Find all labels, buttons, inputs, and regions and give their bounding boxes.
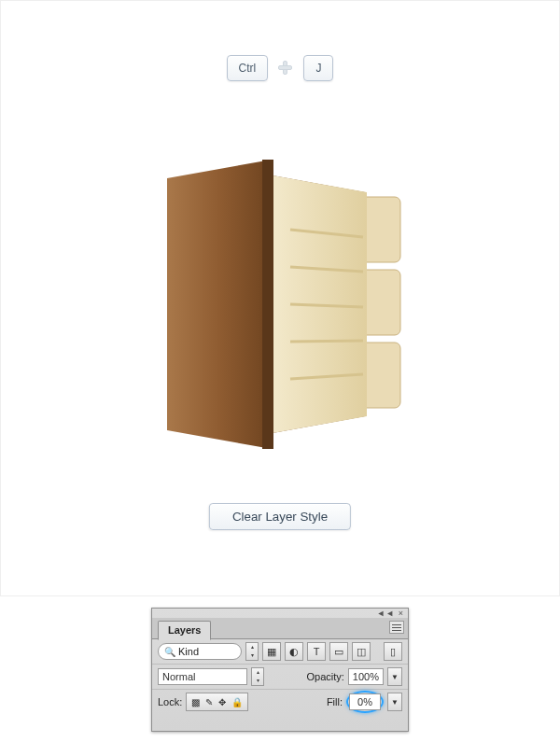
panel-collapse-icon[interactable]: ◄◄ × — [152, 609, 408, 618]
filter-pixel-icon[interactable]: ▦ — [262, 642, 281, 661]
filter-shape-icon[interactable]: ▭ — [329, 642, 348, 661]
lock-pixels-icon[interactable]: ✎ — [203, 697, 215, 707]
blend-mode-value: Normal — [162, 671, 195, 682]
blend-opacity-row: Normal ▴▾ Opacity: 100% ▼ — [152, 664, 408, 689]
fill-label: Fill: — [327, 696, 343, 707]
svg-marker-8 — [262, 160, 273, 449]
filter-adjustment-icon[interactable]: ◐ — [285, 642, 303, 661]
filter-kind-select[interactable]: 🔍 Kind — [158, 643, 242, 660]
layers-panel: ◄◄ × Layers 🔍 Kind ▴▾ ▦ ◐ T ▭ ◫ ▯ Normal… — [151, 608, 409, 732]
search-icon: 🔍 — [164, 647, 175, 657]
filter-stepper[interactable]: ▴▾ — [245, 642, 259, 661]
fill-highlight-circle: 0% — [346, 691, 384, 713]
lock-label: Lock: — [158, 696, 182, 707]
clear-layer-style-button[interactable]: Clear Layer Style — [209, 503, 351, 530]
lock-position-icon[interactable]: ✥ — [217, 697, 228, 707]
filter-smart-icon[interactable]: ◫ — [352, 642, 371, 661]
lock-transparent-icon[interactable]: ▩ — [189, 697, 202, 707]
layer-filter-row: 🔍 Kind ▴▾ ▦ ◐ T ▭ ◫ ▯ — [152, 639, 408, 664]
panel-menu-icon[interactable] — [389, 621, 404, 634]
fill-dropdown-icon[interactable]: ▼ — [387, 693, 402, 711]
panel-tab-bar: Layers — [152, 618, 408, 639]
svg-line-5 — [290, 341, 363, 342]
blend-mode-stepper[interactable]: ▴▾ — [251, 667, 264, 686]
filter-type-icon[interactable]: T — [307, 642, 326, 661]
blend-mode-select[interactable]: Normal — [158, 668, 247, 685]
fill-field[interactable]: 0% — [349, 693, 381, 710]
lock-all-icon[interactable]: 🔒 — [230, 697, 245, 707]
opacity-label: Opacity: — [307, 671, 344, 682]
key-ctrl: Ctrl — [227, 55, 269, 81]
key-j: J — [303, 55, 333, 81]
canvas-area: Ctrl J — [0, 0, 560, 596]
lock-buttons-group: ▩ ✎ ✥ 🔒 — [186, 693, 248, 711]
address-book-icon — [150, 141, 412, 449]
tab-layers[interactable]: Layers — [158, 621, 211, 640]
plus-icon — [278, 61, 293, 76]
opacity-dropdown-icon[interactable]: ▼ — [387, 667, 402, 686]
lock-fill-row: Lock: ▩ ✎ ✥ 🔒 Fill: 0% ▼ — [152, 689, 408, 714]
filter-kind-label: Kind — [178, 646, 235, 657]
filter-toggle-switch[interactable]: ▯ — [384, 642, 402, 661]
keyboard-shortcut: Ctrl J — [1, 55, 559, 81]
svg-marker-7 — [167, 160, 272, 449]
opacity-field[interactable]: 100% — [348, 668, 384, 685]
